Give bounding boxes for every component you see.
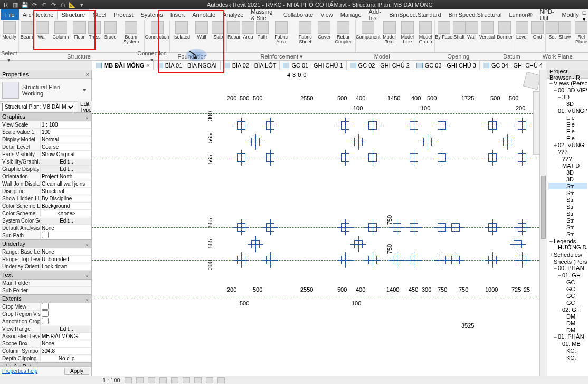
tree-node[interactable]: Str — [548, 196, 587, 203]
status-icon[interactable] — [183, 377, 190, 383]
open-icon[interactable]: ▥ — [12, 1, 19, 8]
rebar-coupler-button[interactable]: Rebar Coupler — [331, 20, 355, 52]
tree-node[interactable]: Str — [548, 189, 587, 196]
ribbon-tab-insert[interactable]: Insert — [167, 9, 189, 20]
column-symbol[interactable] — [438, 256, 446, 264]
property-group-header[interactable]: Extents⌄ — [0, 294, 91, 303]
tree-twisty-icon[interactable]: − — [553, 87, 558, 93]
tree-node[interactable]: GC — [548, 285, 587, 292]
column-symbol[interactable] — [368, 256, 377, 264]
status-icon[interactable] — [217, 377, 225, 383]
column-symbol[interactable] — [514, 240, 522, 248]
ribbon-tab-npd-util[interactable]: NPD-Util — [536, 9, 558, 20]
status-icon[interactable] — [171, 377, 178, 383]
tree-twisty-icon[interactable]: − — [548, 258, 554, 265]
show-button[interactable]: Show — [558, 20, 571, 52]
column-symbol[interactable] — [410, 153, 418, 162]
ribbon-tab-systems[interactable]: Systems — [137, 9, 166, 20]
ribbon-tab-architecture[interactable]: Architecture — [19, 9, 58, 20]
status-icon[interactable] — [159, 377, 167, 383]
tree-node[interactable]: −02. GH — [548, 306, 587, 313]
component-button[interactable]: Component — [356, 20, 381, 52]
tree-node[interactable]: −00. PHẦN — [548, 265, 587, 272]
tree-node[interactable]: +Schedules/ — [548, 251, 587, 258]
property-value[interactable]: 100 — [40, 129, 91, 135]
ribbon-tab-analyze[interactable]: Analyze — [219, 9, 247, 20]
column-symbol[interactable] — [503, 138, 511, 146]
tree-node[interactable]: +02. VÙNG — [548, 141, 587, 148]
print-icon[interactable]: ⎙ — [59, 1, 67, 8]
tree-node[interactable]: −??? — [548, 155, 587, 162]
column-symbol[interactable] — [341, 153, 349, 162]
column-symbol[interactable] — [354, 138, 363, 146]
tree-node[interactable]: 3D — [548, 176, 587, 183]
status-icon[interactable] — [136, 377, 144, 383]
tree-twisty-icon[interactable]: − — [553, 265, 558, 272]
tree-node[interactable]: 3D — [548, 100, 587, 107]
drawing-canvas[interactable]: 4300 20050050025505004001450400500172550… — [92, 70, 547, 376]
tree-node[interactable]: Str — [548, 217, 587, 224]
tree-node[interactable]: DM — [548, 320, 587, 327]
dormer-button[interactable]: Dormer — [496, 20, 514, 52]
beam-system-button[interactable]: Beam System — [118, 20, 144, 52]
tree-node[interactable]: −??? — [548, 148, 587, 155]
property-checkbox[interactable] — [42, 303, 49, 310]
ribbon-tab-view[interactable]: View — [317, 9, 337, 20]
status-icon[interactable] — [125, 377, 132, 383]
ribbon-tab-add-ins[interactable]: Add-Ins — [365, 9, 386, 20]
type-selector[interactable]: Structural Plan Working ▾ — [0, 79, 91, 102]
property-value[interactable]: Structural — [40, 188, 91, 194]
tree-twisty-icon[interactable]: − — [553, 108, 558, 114]
column-symbol[interactable] — [368, 223, 377, 232]
tree-twisty-icon[interactable]: − — [548, 80, 554, 87]
shaft-button[interactable]: Shaft — [453, 20, 466, 52]
column-symbol[interactable] — [488, 223, 497, 232]
tree-twisty-icon[interactable]: − — [553, 334, 558, 340]
ribbon-tab-structure[interactable]: Structure — [57, 9, 89, 20]
property-value[interactable] — [40, 310, 91, 318]
tree-twisty-icon[interactable]: − — [557, 306, 562, 313]
file-tab[interactable]: File — [1, 9, 19, 20]
tree-twisty-icon[interactable]: + — [548, 252, 554, 258]
chevron-down-icon[interactable]: ▾ — [83, 87, 89, 93]
tree-node[interactable]: −Views (Person — [548, 80, 587, 87]
model-group-button[interactable]: Model Group — [416, 20, 434, 52]
column-symbol[interactable] — [266, 153, 274, 162]
column-symbol[interactable] — [488, 256, 497, 264]
truss-button[interactable]: Truss — [87, 20, 102, 52]
tree-node[interactable]: Ele — [548, 128, 587, 135]
wall-button[interactable]: Wall — [193, 20, 210, 52]
column-symbol[interactable] — [438, 223, 446, 232]
column-symbol[interactable] — [368, 153, 377, 162]
column-symbol[interactable] — [423, 138, 432, 146]
tree-node[interactable]: Str — [548, 231, 587, 237]
view-tab[interactable]: BÌA 02 - BÌA LÓT — [221, 61, 280, 70]
property-value[interactable]: None — [40, 249, 91, 255]
path-button[interactable]: Path — [255, 20, 269, 52]
column-symbol[interactable] — [237, 121, 245, 130]
tree-node[interactable]: Str — [548, 210, 587, 217]
property-value[interactable]: None — [40, 341, 91, 347]
property-value[interactable]: <none> — [40, 210, 91, 216]
tree-node[interactable]: DM — [548, 313, 587, 320]
model-text-button[interactable]: Model Text — [381, 20, 399, 52]
property-value[interactable]: Show Original — [40, 151, 91, 157]
column-symbol[interactable] — [451, 256, 460, 264]
view-tab[interactable]: GC 01 - GHI CHÚ 1 — [280, 61, 346, 70]
property-value[interactable]: Project North — [40, 174, 91, 179]
property-edit-button[interactable]: Edit... — [40, 326, 91, 332]
ribbon-tab-bimspeed-standard[interactable]: BimSpeed.Standard — [385, 9, 444, 20]
tree-node[interactable]: Ele — [548, 121, 587, 128]
column-symbol[interactable] — [266, 223, 274, 232]
tree-twisty-icon[interactable]: − — [557, 272, 562, 279]
property-value[interactable]: No clip — [40, 356, 91, 361]
property-value[interactable]: Clean all wall joins — [40, 181, 91, 187]
scrollbar-thumb[interactable] — [541, 176, 546, 239]
column-symbol[interactable] — [251, 240, 260, 248]
property-group-header[interactable]: Graphics⌄ — [0, 112, 91, 121]
view-scale-status[interactable]: 1 : 100 — [102, 377, 120, 383]
column-symbol[interactable] — [518, 256, 526, 264]
isolated-button[interactable]: Isolated — [170, 20, 193, 52]
ribbon-tab-annotate[interactable]: Annotate — [188, 9, 219, 20]
column-symbol[interactable] — [266, 256, 274, 264]
